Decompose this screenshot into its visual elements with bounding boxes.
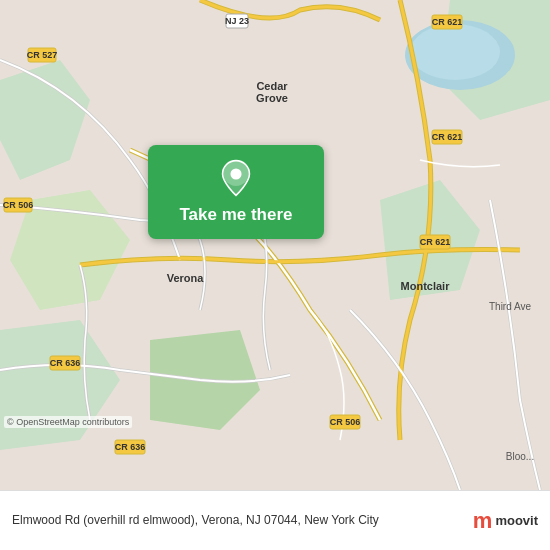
take-me-there-button[interactable]: Take me there: [148, 145, 324, 239]
info-bar: Elmwood Rd (overhill rd elmwood), Verona…: [0, 490, 550, 550]
verona-label: Verona: [167, 272, 205, 284]
moovit-brand-text: moovit: [495, 513, 538, 528]
cedar-grove-label: Cedar: [256, 80, 288, 92]
map-container: NJ 23 CR 527 CR 621 CR 621 CR 621 CR 506…: [0, 0, 550, 490]
osm-credit: © OpenStreetMap contributors: [4, 416, 132, 428]
cr506-label: CR 506: [3, 200, 34, 210]
cedar-grove-label2: Grove: [256, 92, 288, 104]
cr636-label: CR 636: [50, 358, 81, 368]
cr527-label: CR 527: [27, 50, 58, 60]
bloom-label: Bloo...: [506, 451, 534, 462]
cr506-bottom-label: CR 506: [330, 417, 361, 427]
svg-point-2: [230, 169, 241, 180]
cr621-mid-label: CR 621: [432, 132, 463, 142]
nj23-label: NJ 23: [225, 16, 249, 26]
take-me-there-label: Take me there: [179, 205, 292, 225]
third-ave-label: Third Ave: [489, 301, 531, 312]
map-pin-icon: [217, 159, 255, 197]
address-text: Elmwood Rd (overhill rd elmwood), Verona…: [12, 512, 473, 529]
cr621-top-label: CR 621: [432, 17, 463, 27]
cr636-label2: CR 636: [115, 442, 146, 452]
montclair-label: Montclair: [401, 280, 451, 292]
moovit-logo: m moovit: [473, 508, 538, 534]
water-body-inner: [410, 24, 500, 80]
moovit-m-icon: m: [473, 508, 493, 534]
cr621-low-label: CR 621: [420, 237, 451, 247]
